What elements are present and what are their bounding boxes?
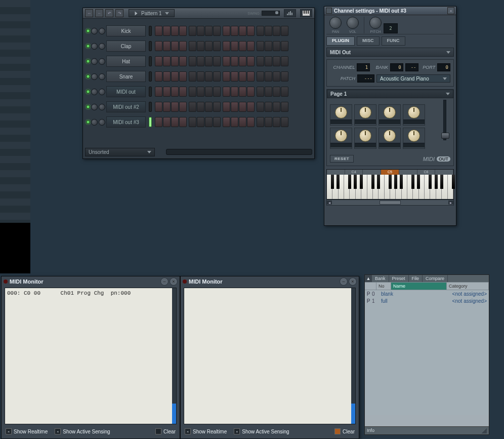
step-cell[interactable] <box>163 87 171 97</box>
channel-enable-led[interactable] <box>86 74 90 78</box>
minimize-icon[interactable]: – <box>160 277 169 286</box>
black-key[interactable] <box>360 175 363 189</box>
step-cell[interactable] <box>189 87 196 97</box>
step-cell[interactable] <box>197 117 204 127</box>
step-cell[interactable] <box>163 71 171 82</box>
step-cell[interactable] <box>171 102 179 112</box>
step-cell[interactable] <box>197 102 204 112</box>
controller-slider[interactable] <box>443 100 446 140</box>
channel-enable-led[interactable] <box>86 59 90 63</box>
step-cell[interactable] <box>273 56 280 66</box>
channel-enable-led[interactable] <box>86 120 90 124</box>
channel-select-led[interactable] <box>149 56 152 66</box>
step-cell[interactable] <box>197 41 204 51</box>
channel-settings-titlebar[interactable]: Channel settings - MIDI out #3 × <box>324 7 456 15</box>
scroll-thumb[interactable] <box>380 201 401 205</box>
clear-button[interactable]: Clear <box>155 428 176 434</box>
step-cell[interactable] <box>163 41 171 51</box>
step-cell[interactable] <box>179 26 187 36</box>
step-cell[interactable] <box>239 56 246 66</box>
midi-monitor-2-log[interactable] <box>184 288 356 424</box>
channel-select-led[interactable] <box>149 117 152 127</box>
step-cell[interactable] <box>179 87 187 97</box>
step-cell[interactable] <box>257 102 264 112</box>
step-cell[interactable] <box>163 26 171 36</box>
step-cell[interactable] <box>171 71 179 82</box>
step-cell[interactable] <box>281 26 288 36</box>
step-cell[interactable] <box>155 87 162 97</box>
octave-label[interactable] <box>399 170 417 175</box>
step-cell[interactable] <box>189 102 196 112</box>
step-cell[interactable] <box>281 56 288 66</box>
step-cell[interactable] <box>239 41 246 51</box>
step-cell[interactable] <box>281 87 288 97</box>
controller-label-bar[interactable] <box>403 143 425 147</box>
black-key[interactable] <box>452 175 455 189</box>
midi-monitor-1-titlebar[interactable]: MIDI Monitor – × <box>2 276 180 287</box>
log-scrollbar[interactable] <box>172 288 176 424</box>
step-cell[interactable] <box>213 117 221 127</box>
step-cell[interactable] <box>281 117 288 127</box>
channel-pan-knob[interactable] <box>91 58 98 65</box>
channel-button[interactable]: MIDI out #3 <box>106 116 146 128</box>
channel-enable-led[interactable] <box>86 44 90 48</box>
tab-misc[interactable]: MISC <box>357 36 380 46</box>
tab-compare[interactable]: Compare <box>423 275 448 282</box>
controller-knob[interactable] <box>359 106 371 118</box>
step-cell[interactable] <box>247 56 255 66</box>
step-cell[interactable] <box>223 41 230 51</box>
step-cell[interactable] <box>239 87 246 97</box>
pattern-selector[interactable]: Pattern 1 <box>129 9 175 17</box>
step-cell[interactable] <box>213 41 221 51</box>
step-cell[interactable] <box>265 26 272 36</box>
step-cell[interactable] <box>163 56 171 66</box>
step-cell[interactable] <box>281 41 288 51</box>
step-cell[interactable] <box>179 71 187 82</box>
col-no[interactable]: No <box>376 283 391 290</box>
black-key[interactable] <box>400 175 403 189</box>
minimize-icon[interactable]: – <box>340 277 348 286</box>
step-cell[interactable] <box>257 41 264 51</box>
channel-enable-led[interactable] <box>86 29 90 33</box>
controller-label-bar[interactable] <box>330 119 352 124</box>
octave-label[interactable]: C4 <box>345 170 363 175</box>
preview-keyboard[interactable]: C4C5C6 <box>326 169 454 199</box>
step-cell[interactable] <box>273 26 280 36</box>
step-cell[interactable] <box>171 41 179 51</box>
step-cell[interactable] <box>247 117 255 127</box>
step-cell[interactable] <box>189 71 196 82</box>
vol-knob[interactable] <box>347 17 359 29</box>
category-selector[interactable]: Unsorted <box>85 148 155 156</box>
channel-select-led[interactable] <box>149 71 152 82</box>
patch-dropdown[interactable]: Acoustic Grand Piano <box>376 74 450 83</box>
black-key[interactable] <box>417 175 420 189</box>
step-cell[interactable] <box>257 71 264 82</box>
channel-vol-knob[interactable] <box>99 119 105 126</box>
channel-button[interactable]: Kick <box>106 25 146 36</box>
step-cell[interactable] <box>189 41 196 51</box>
black-key[interactable] <box>348 175 351 189</box>
close-icon[interactable]: × <box>170 277 178 286</box>
black-key[interactable] <box>394 175 397 189</box>
step-cell[interactable] <box>223 102 230 112</box>
black-key[interactable] <box>411 175 414 189</box>
step-cell[interactable] <box>239 26 246 36</box>
channel-vol-knob[interactable] <box>99 28 105 34</box>
controller-knob[interactable] <box>408 106 420 118</box>
step-cell[interactable] <box>231 56 238 66</box>
controller-knob[interactable] <box>335 106 347 118</box>
step-cell[interactable] <box>179 117 187 127</box>
step-cell[interactable] <box>273 102 280 112</box>
channel-field[interactable]: 1 <box>357 63 370 71</box>
channel-vol-knob[interactable] <box>99 58 105 65</box>
midi-monitor-2-titlebar[interactable]: MIDI Monitor – × <box>181 276 359 287</box>
plugin-name-dropdown[interactable]: MIDI Out <box>326 48 454 57</box>
swing-slider[interactable] <box>262 11 280 16</box>
step-cell[interactable] <box>213 71 221 82</box>
step-cell[interactable] <box>189 26 196 36</box>
step-cell[interactable] <box>265 56 272 66</box>
col-blank[interactable] <box>365 283 376 290</box>
step-cell[interactable] <box>171 56 179 66</box>
controller-knob[interactable] <box>408 130 420 142</box>
controller-page-dropdown[interactable]: Page 1 <box>327 90 453 98</box>
